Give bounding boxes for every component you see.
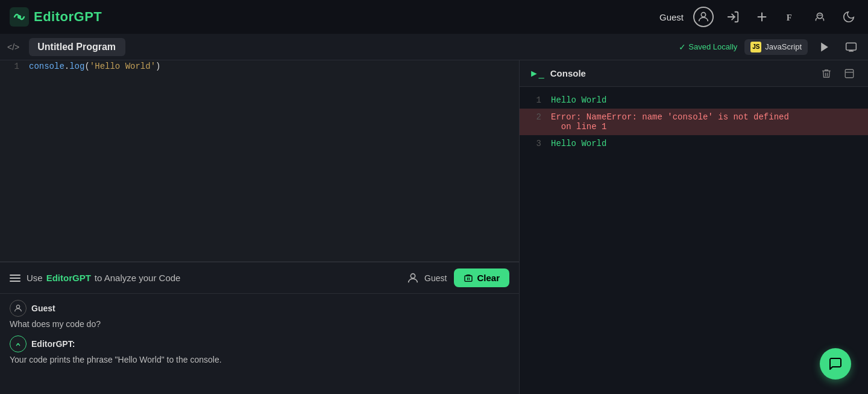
nav-right-actions: Guest F xyxy=(659,7,858,27)
line-code: console.log('Hello World') xyxy=(29,62,160,71)
moon-icon-btn[interactable] xyxy=(839,7,858,27)
console-row-1: 1 Hello World xyxy=(520,92,868,109)
svg-rect-9 xyxy=(846,43,857,50)
code-editor[interactable]: 1 console.log('Hello World') xyxy=(0,60,519,261)
saved-status-text: Saved Locally xyxy=(688,42,737,51)
svg-point-19 xyxy=(16,305,19,308)
svg-rect-13 xyxy=(465,276,472,281)
login-icon-btn[interactable] xyxy=(723,7,743,27)
svg-point-7 xyxy=(817,13,822,19)
chat-guest-text: Guest xyxy=(424,273,447,283)
svg-point-12 xyxy=(410,273,415,278)
editor-side: 1 console.log('Hello World') Use EditorG… xyxy=(0,60,520,394)
clear-button-label: Clear xyxy=(477,273,500,283)
menu-icon xyxy=(10,275,20,282)
screen-button[interactable] xyxy=(841,37,861,57)
code-token-paren-open: ( xyxy=(84,62,89,71)
chat-message-gpt: EditorGPT: Your code prints the phrase "… xyxy=(10,335,509,366)
console-title: Console xyxy=(550,68,586,78)
svg-rect-21 xyxy=(845,69,854,78)
code-area: 1 console.log('Hello World') xyxy=(0,60,519,261)
console-output: 1 Hello World 2 Error: NameError: name '… xyxy=(520,87,868,157)
chat-header-right: Guest Clear xyxy=(406,268,509,287)
chat-title-brand: EditorGPT xyxy=(46,273,91,283)
editor-toolbar: </> Untitled Program ✓ Saved Locally JS … xyxy=(0,34,868,60)
console-row-text-1: Hello World xyxy=(551,95,606,105)
svg-marker-8 xyxy=(821,42,828,51)
main-area: 1 console.log('Hello World') Use EditorG… xyxy=(0,60,868,394)
program-title-wrapper: Untitled Program xyxy=(29,38,125,56)
line-number: 1 xyxy=(0,62,29,71)
svg-point-1 xyxy=(17,15,21,19)
guest-msg-sender: Guest xyxy=(31,303,55,313)
user-avatar[interactable] xyxy=(693,7,714,27)
console-header: ►_ Console xyxy=(520,60,868,87)
clear-button[interactable]: Clear xyxy=(454,268,509,287)
code-brackets-icon: </> xyxy=(7,42,19,52)
gpt-message-avatar xyxy=(10,335,27,352)
console-line-num-1: 1 xyxy=(529,95,541,105)
top-navbar: EditorGPT Guest F xyxy=(0,0,868,34)
console-side: ►_ Console xyxy=(520,60,868,394)
chat-guest-label: Guest xyxy=(406,272,447,285)
logo-icon xyxy=(10,7,29,27)
code-token-log: log xyxy=(69,62,84,71)
code-token-console: console xyxy=(29,62,64,71)
console-row-text-3: Hello World xyxy=(551,139,606,148)
console-line-num-3: 3 xyxy=(529,139,541,148)
console-line-num-2: 2 xyxy=(529,112,541,122)
console-delete-btn[interactable] xyxy=(817,65,835,83)
svg-text:F: F xyxy=(787,13,792,22)
chat-title-suffix: to Analyze your Code xyxy=(95,273,181,283)
chat-panel: Use EditorGPT to Analyze your Code Guest xyxy=(0,261,519,394)
console-actions xyxy=(817,65,858,83)
chat-messages: Guest What does my code do? EditorGPT: xyxy=(0,294,519,394)
chat-title-prefix: Use xyxy=(27,273,43,283)
js-icon: JS xyxy=(750,42,761,52)
chat-title: Use EditorGPT to Analyze your Code xyxy=(27,273,180,283)
console-row-3: 3 Hello World xyxy=(520,135,868,152)
check-icon: ✓ xyxy=(679,42,686,52)
run-button[interactable] xyxy=(815,37,834,57)
font-icon-btn[interactable]: F xyxy=(781,7,800,27)
svg-point-2 xyxy=(701,13,705,17)
gpt-msg-text: Your code prints the phrase "Hello World… xyxy=(10,354,509,366)
console-expand-btn[interactable] xyxy=(840,65,858,83)
svg-point-20 xyxy=(17,343,19,345)
code-line: 1 console.log('Hello World') xyxy=(0,60,519,72)
gpt-msg-sender: EditorGPT: xyxy=(31,339,75,349)
add-icon-btn[interactable] xyxy=(752,7,772,27)
code-token-paren-close: ) xyxy=(156,62,160,71)
floating-chat-button[interactable] xyxy=(820,348,851,380)
guest-message-avatar xyxy=(10,300,27,317)
msg-header-guest: Guest xyxy=(10,300,509,317)
saved-status: ✓ Saved Locally xyxy=(679,42,737,52)
logo-area: EditorGPT xyxy=(10,7,102,27)
code-token-string: 'Hello World' xyxy=(90,62,156,71)
guest-label: Guest xyxy=(659,12,684,22)
console-row-2-error: 2 Error: NameError: name 'console' is no… xyxy=(520,109,868,135)
chat-header: Use EditorGPT to Analyze your Code Guest xyxy=(0,262,519,294)
code-token-dot: . xyxy=(64,62,69,71)
language-label: JavaScript xyxy=(765,42,802,51)
console-arrow-icon: ►_ xyxy=(529,68,544,79)
brain-icon-btn[interactable] xyxy=(810,7,829,27)
msg-header-gpt: EditorGPT: xyxy=(10,335,509,352)
language-selector[interactable]: JS JavaScript xyxy=(744,39,808,55)
guest-msg-text: What does my code do? xyxy=(10,318,509,331)
console-row-text-2: Error: NameError: name 'console' is not … xyxy=(551,112,789,132)
program-title-btn[interactable]: Untitled Program xyxy=(33,39,121,55)
app-title: EditorGPT xyxy=(34,9,102,25)
chat-message-guest: Guest What does my code do? xyxy=(10,300,509,331)
